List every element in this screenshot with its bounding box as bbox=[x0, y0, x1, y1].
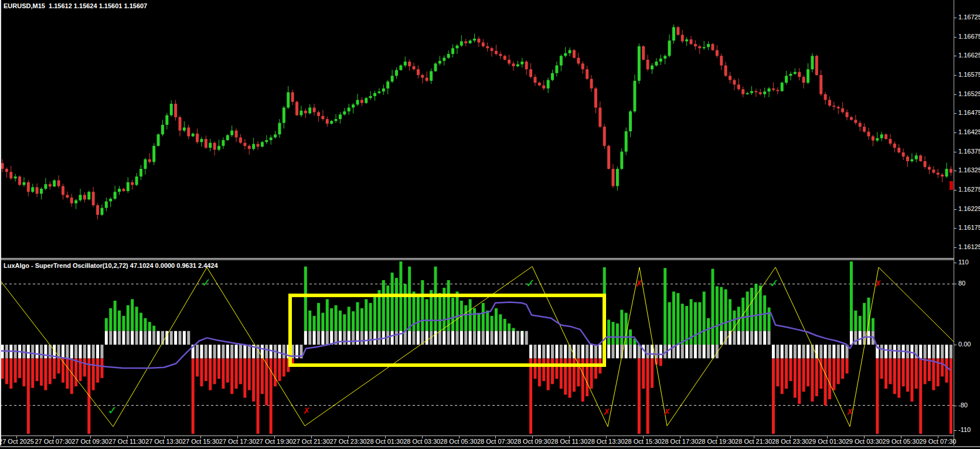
price-tick bbox=[954, 18, 957, 18]
buy-check-icon: ✓ bbox=[202, 275, 212, 290]
time-axis-label: 28 Oct 03:30 bbox=[403, 438, 440, 445]
time-axis-label: 28 Oct 21:30 bbox=[735, 438, 772, 445]
osc-scale-label: 110 bbox=[958, 258, 969, 266]
osc-scale-label: -110 bbox=[958, 426, 971, 433]
price-tick bbox=[954, 94, 957, 95]
price-tick bbox=[954, 190, 957, 191]
price-scale-label: 1.16125 bbox=[958, 243, 980, 250]
buy-check-icon: ✓ bbox=[108, 403, 118, 417]
price-scale-label: 1.16275 bbox=[958, 186, 980, 193]
time-axis-label: 29 Oct 03:30 bbox=[846, 438, 883, 445]
price-scale[interactable]: 1.167251.166751.166251.165751.165251.164… bbox=[954, 0, 980, 445]
time-axis-label: 29 Oct 01:30 bbox=[809, 438, 846, 445]
time-axis-label: 27 Oct 11:30 bbox=[109, 438, 145, 445]
sell-x-icon: ✗ bbox=[846, 407, 854, 417]
time-axis-label: 28 Oct 11:30 bbox=[551, 438, 587, 445]
time-axis-label: 27 Oct 21:30 bbox=[293, 438, 330, 445]
sell-x-icon: ✗ bbox=[663, 407, 671, 417]
time-axis-label: 27 Oct 13:30 bbox=[145, 438, 182, 445]
price-tick bbox=[954, 75, 957, 76]
osc-tick bbox=[954, 430, 957, 431]
price-tick bbox=[954, 209, 957, 210]
price-tick bbox=[954, 56, 957, 56]
osc-tick bbox=[954, 345, 957, 345]
osc-tick bbox=[954, 284, 957, 284]
price-scale-label: 1.16425 bbox=[958, 128, 980, 135]
price-tick bbox=[954, 152, 957, 152]
window-bottom-edge bbox=[0, 446, 980, 447]
symbol-ohlc-label: EURUSD,M15 1.15612 1.15624 1.15601 1.156… bbox=[4, 2, 147, 9]
price-tick bbox=[954, 113, 957, 114]
time-axis-label: 28 Oct 15:30 bbox=[624, 438, 661, 445]
oscillator-histogram bbox=[1, 261, 954, 434]
candlestick-chart[interactable] bbox=[0, 0, 954, 260]
osc-scale-label: 80 bbox=[958, 280, 965, 287]
price-scale-label: 1.16325 bbox=[958, 166, 980, 174]
price-tick bbox=[954, 247, 957, 248]
current-price-marker bbox=[950, 181, 953, 190]
candles bbox=[1, 25, 952, 220]
time-axis-label: 28 Oct 19:30 bbox=[698, 438, 735, 445]
time-axis-label: 28 Oct 13:30 bbox=[588, 438, 625, 445]
sell-x-icon: ✗ bbox=[635, 278, 643, 289]
sell-x-icon: ✗ bbox=[603, 407, 611, 417]
time-axis-label: 27 Oct 2025 bbox=[0, 438, 34, 445]
price-scale-label: 1.16175 bbox=[958, 224, 980, 231]
osc-tick bbox=[954, 263, 957, 263]
price-scale-label: 1.16525 bbox=[958, 90, 980, 97]
time-axis-label: 27 Oct 19:30 bbox=[256, 438, 293, 445]
price-scale-label: 1.16725 bbox=[958, 13, 980, 21]
time-axis-label: 27 Oct 17:30 bbox=[219, 438, 256, 445]
sell-x-icon: ✗ bbox=[874, 278, 882, 289]
oscillator-panel[interactable]: ✓✓✗✓✗✗✗✓✗✗ bbox=[0, 260, 954, 436]
window-left-edge bbox=[0, 0, 1, 445]
price-tick bbox=[954, 228, 957, 229]
price-scale-label: 1.16675 bbox=[958, 33, 980, 40]
osc-scale-label: 0.00 bbox=[958, 341, 971, 348]
supertrend-zigzag-line bbox=[0, 267, 954, 427]
time-axis-label: 27 Oct 23:30 bbox=[329, 438, 366, 445]
price-scale-label: 1.16575 bbox=[958, 71, 980, 78]
price-scale-label: 1.16475 bbox=[958, 109, 980, 116]
time-axis-label: 28 Oct 23:30 bbox=[772, 438, 809, 445]
price-scale-label: 1.16225 bbox=[958, 205, 980, 212]
time-axis-label: 28 Oct 17:30 bbox=[661, 438, 698, 445]
price-scale-label: 1.16375 bbox=[958, 148, 980, 155]
terminal-chart-window: ✓✓✗✓✗✗✗✓✗✗ EURUSD,M15 1.15612 1.15624 1.… bbox=[0, 0, 980, 449]
time-axis-label: 29 Oct 07:30 bbox=[920, 438, 957, 445]
time-axis-label: 28 Oct 05:30 bbox=[440, 438, 477, 445]
price-tick bbox=[954, 37, 957, 38]
osc-tick bbox=[954, 406, 957, 406]
osc-scale-label: -80 bbox=[958, 402, 968, 409]
buy-check-icon: ✓ bbox=[770, 276, 780, 290]
time-axis-label: 28 Oct 01:30 bbox=[366, 438, 403, 445]
time-axis-label: 29 Oct 05:30 bbox=[883, 438, 920, 445]
time-scale[interactable]: 27 Oct 202527 Oct 07:3027 Oct 09:3027 Oc… bbox=[0, 436, 954, 446]
time-axis-label: 28 Oct 09:30 bbox=[514, 438, 551, 445]
time-axis-label: 27 Oct 09:30 bbox=[72, 438, 108, 445]
sell-x-icon: ✗ bbox=[303, 406, 311, 416]
price-tick bbox=[954, 171, 957, 171]
indicator-label: LuxAlgo - SuperTrend Oscillator(10,2,72)… bbox=[4, 262, 218, 269]
time-axis-label: 27 Oct 15:30 bbox=[182, 438, 219, 445]
price-scale-label: 1.16625 bbox=[958, 52, 980, 59]
time-axis-label: 28 Oct 07:30 bbox=[477, 438, 514, 445]
buy-check-icon: ✓ bbox=[526, 276, 536, 290]
time-axis-label: 27 Oct 07:30 bbox=[35, 438, 72, 445]
price-tick bbox=[954, 132, 957, 133]
